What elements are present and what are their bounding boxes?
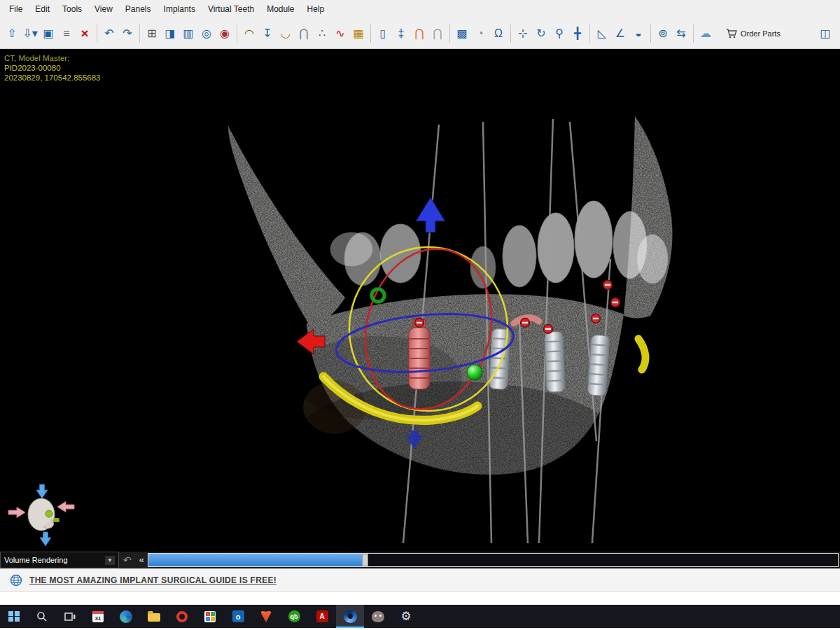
bone-density-icon[interactable]: ▩ [453,23,471,44]
zoom-settings-icon[interactable]: ◉ [216,23,234,44]
menu-item[interactable]: Tools [56,0,88,18]
edge-icon [120,610,132,623]
import-icon[interactable]: ⇧ [3,23,21,44]
zoom-tool-icon[interactable]: ⚲ [550,23,568,44]
histogram-panel-icon[interactable]: ▥ [179,23,197,44]
panel-toggle-icon[interactable]: ⇆ [672,23,690,44]
taskbar-edge-button[interactable] [112,605,140,628]
grid-view-icon[interactable]: ⊞ [143,23,161,44]
taskbar-file-explorer-button[interactable] [140,605,168,628]
pan-tool-icon[interactable]: ╋ [568,23,587,44]
gimp-icon [372,611,384,622]
outlook-icon: o [232,610,244,622]
head-scan-icon[interactable]: ◔ [471,23,489,44]
mandible-model [228,116,672,500]
history-back-icon[interactable]: ↶ [119,552,136,568]
opacity-slider[interactable] [148,553,839,567]
taskbar-brave-button[interactable] [252,605,280,628]
taskbar-implant-app-button[interactable] [336,605,364,628]
order-parts-button[interactable]: Order Parts [722,27,785,41]
move-up-arrow[interactable] [416,197,445,232]
add-implant-icon[interactable]: ↧ [258,23,276,44]
store-icon [204,611,216,622]
menu-item[interactable]: Virtual Teeth [202,0,260,18]
taskbar-acrobat-button[interactable]: A [308,605,336,628]
promo-banner: THE MOST AMAZING IMPLANT SURGICAL GUIDE … [0,568,840,592]
zoom-detail-icon[interactable]: ◎ [197,23,216,44]
taskbar-gimp-button[interactable] [364,605,392,628]
globe-icon [10,574,22,587]
collapse-panel-icon[interactable]: « [136,552,148,568]
menu-item[interactable]: Panels [119,0,158,18]
toolbar-separator [370,24,371,43]
implant-3[interactable] [587,335,610,396]
tooth-icon[interactable]: ⋂ [428,23,447,44]
pano-curve-icon[interactable]: ⊚ [654,23,672,44]
taskbar-calendar-button[interactable]: 31 [84,605,112,628]
gum-tooth-icon[interactable]: ⋂ [410,23,428,44]
promo-link[interactable]: THE MOST AMAZING IMPLANT SURGICAL GUIDE … [29,575,276,585]
task-view-button[interactable] [56,605,84,628]
panel-view-icon[interactable]: ◨ [161,23,179,44]
window-layout-icon[interactable]: ◫ [816,23,834,44]
gimbal-handle-sphere[interactable] [467,365,482,380]
menu-item[interactable]: Module [260,0,300,18]
add-nerve-icon[interactable]: ∿ [331,23,349,44]
taskbar-search-button[interactable] [28,605,56,628]
orient-arrow-right[interactable] [57,502,74,512]
add-denture-icon[interactable]: ◡ [276,23,295,44]
taskbar-outlook-button[interactable]: o [224,605,252,628]
menu-item[interactable]: View [88,0,119,18]
start-button[interactable] [0,605,28,628]
delete-icon[interactable]: × [76,23,94,44]
undo-icon[interactable]: ↶ [100,23,118,44]
add-tooth-icon[interactable]: ⋂ [295,23,313,44]
render-mode-value: Volume Rendering [4,556,68,564]
taskbar-settings-button[interactable]: ⚙ [392,605,420,628]
selected-implant[interactable] [409,319,430,389]
redo-icon[interactable]: ↷ [118,23,136,44]
taskbar-quickbooks-button[interactable]: qb [280,605,308,628]
orientation-widget[interactable] [7,483,76,547]
orient-arrow-top[interactable] [36,484,48,498]
desktop-gap [0,592,840,605]
toolbar: ⇧⇩▾▣≡×↶↷⊞◨▥◎◉◠↧◡⋂∴∿▦▯‡⋂⋂▩◔Ω⊹↻⚲╋◺∠◒⊚⇆☁ Or… [0,18,840,49]
teeth [330,201,668,288]
windows-logo-icon [8,611,20,622]
brave-icon [261,610,272,622]
dropdown-arrow-icon: ▼ [105,556,115,565]
open-icon[interactable]: ⇩▾ [21,23,39,44]
report-icon[interactable]: ▣ [39,23,57,44]
toolbar-separator [510,24,511,43]
screw-icon[interactable]: ‡ [392,23,410,44]
orient-arrow-left[interactable] [8,507,25,518]
menu-item[interactable]: File [3,0,29,18]
orient-arrow-bottom[interactable] [40,532,51,546]
menu-item[interactable]: Edit [29,0,56,18]
scan-info-line: CT, Model Master: [4,53,101,63]
3d-scene[interactable] [0,49,840,552]
search-icon [36,611,48,622]
protractor-icon[interactable]: ◒ [629,23,648,44]
ruler-icon[interactable]: ◺ [593,23,611,44]
target-move-icon[interactable]: ⊹ [514,23,532,44]
taskbar-store-button[interactable] [196,605,224,628]
implant-list-icon[interactable]: ▦ [349,23,368,44]
dental-arch-icon[interactable]: ◠ [240,23,258,44]
render-mode-select[interactable]: Volume Rendering ▼ [0,552,119,568]
cloud-sync-icon[interactable]: ☁ [696,23,715,44]
calendar-icon: 31 [92,611,104,622]
lock-icon[interactable]: Ω [489,23,507,44]
taskbar-opera-button[interactable] [168,605,196,628]
menu-item[interactable]: Help [301,0,331,18]
notes-icon[interactable]: ≡ [57,23,76,44]
3d-viewport[interactable]: CT, Model Master: PID2023-00080 20230829… [0,49,840,552]
add-markers-icon[interactable]: ∴ [313,23,331,44]
menu-item[interactable]: Implants [158,0,202,18]
angle-measure-icon[interactable]: ∠ [611,23,629,44]
implant-icon[interactable]: ▯ [374,23,392,44]
implant-2[interactable] [545,332,565,393]
rotate-3d-icon[interactable]: ↻ [532,23,550,44]
toolbar-separator [97,24,97,43]
slider-handle[interactable] [362,554,368,566]
